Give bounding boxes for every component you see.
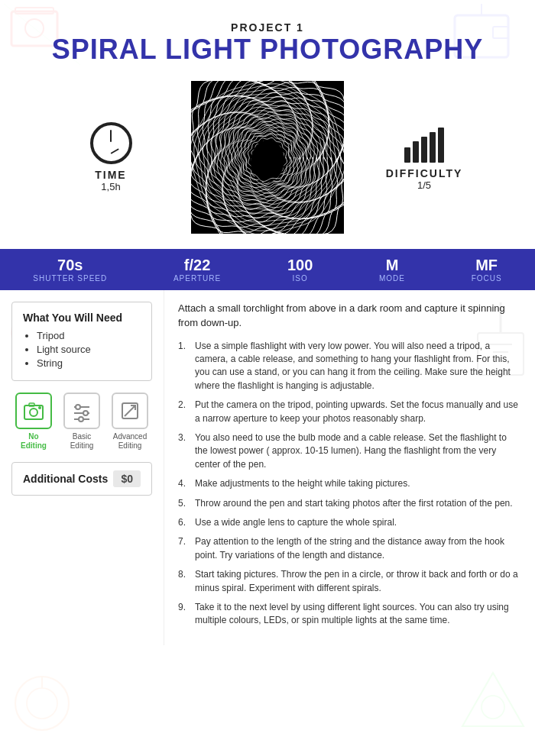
setting-iso: 100 ISO: [287, 257, 313, 283]
setting-shutter: 70s SHUTTER SPEED: [33, 257, 107, 283]
focus-label: FOCUS: [472, 274, 502, 283]
bar-5: [438, 128, 444, 163]
bar-3: [421, 137, 427, 163]
hero-section: TIME 1,5h DIFFICULTY 1/5: [0, 73, 535, 241]
advanced-editing-item: AdvancedEditing: [109, 393, 151, 451]
shutter-label: SHUTTER SPEED: [33, 274, 107, 283]
mode-label: MODE: [379, 274, 405, 283]
advanced-editing-icon-box: [112, 393, 148, 429]
editing-section: NoEditing BasicEditing: [11, 393, 152, 451]
svg-point-16: [27, 688, 57, 719]
step-3: 3. You also need to use the bulb mode an…: [178, 431, 521, 471]
project-title: SPIRAL LIGHT PHOTOGRAPHY: [0, 34, 535, 66]
iso-label: ISO: [292, 274, 307, 283]
svg-point-29: [79, 417, 83, 422]
hero-image: [191, 81, 344, 234]
list-item: Tripod: [37, 330, 141, 341]
costs-value: $0: [113, 470, 141, 487]
svg-point-21: [30, 409, 37, 416]
step-1: 1. Use a simple flashlight with very low…: [178, 340, 521, 393]
settings-bar: 70s SHUTTER SPEED f/22 APERTURE 100 ISO …: [0, 249, 535, 290]
list-item: String: [37, 357, 141, 369]
step-4: 4. Make adjustments to the height while …: [178, 477, 521, 490]
project-label: PROJECT 1: [0, 21, 535, 34]
time-block: TIME 1,5h: [31, 122, 191, 192]
step-6: 6. Use a wide angle lens to capture the …: [178, 516, 521, 529]
svg-point-19: [481, 696, 504, 719]
setting-mode: M MODE: [379, 257, 405, 283]
clock-icon: [90, 122, 132, 164]
deco-bottom-left: [4, 665, 80, 752]
step-7: 7. Pay attention to the length of the st…: [178, 535, 521, 562]
list-item: Light source: [37, 344, 141, 355]
basic-editing-label: BasicEditing: [70, 432, 94, 451]
right-panel: Attach a small torchlight from above in …: [164, 290, 535, 645]
step-8: 8. Start taking pictures. Throw the pen …: [178, 568, 521, 595]
no-editing-item: NoEditing: [13, 393, 55, 451]
difficulty-bars-icon: [404, 124, 444, 163]
step-9: 9. Take it to the next level by using di…: [178, 601, 521, 628]
intro-text: Attach a small torchlight from above in …: [178, 302, 521, 331]
step-5: 5. Throw around the pen and start taking…: [178, 497, 521, 510]
step-2: 2. Put the camera on the tripod, pointin…: [178, 399, 521, 425]
svg-point-15: [15, 677, 69, 730]
header: PROJECT 1 SPIRAL LIGHT PHOTOGRAPHY: [0, 0, 535, 73]
time-label: TIME: [95, 169, 126, 181]
bar-2: [413, 141, 419, 163]
no-editing-label: NoEditing: [21, 432, 47, 451]
setting-aperture: f/22 APERTURE: [173, 257, 221, 283]
additional-costs-box: Additional Costs $0: [11, 462, 152, 496]
bar-4: [430, 132, 436, 163]
difficulty-block: DIFFICULTY 1/5: [344, 124, 504, 191]
aperture-value: f/22: [184, 257, 210, 274]
sliders-icon: [70, 399, 93, 422]
basic-editing-item: BasicEditing: [61, 393, 103, 451]
steps-list: 1. Use a simple flashlight with very low…: [178, 340, 521, 628]
camera-icon: [22, 399, 45, 422]
focus-value: MF: [475, 257, 498, 274]
iso-value: 100: [287, 257, 313, 274]
svg-point-25: [76, 405, 80, 409]
mode-value: M: [386, 257, 399, 274]
svg-point-27: [83, 411, 88, 415]
difficulty-value: 1/5: [417, 179, 431, 191]
edit-icon: [118, 399, 141, 422]
spiral-canvas: [191, 81, 344, 234]
items-list: Tripod Light source String: [23, 330, 141, 369]
basic-editing-icon-box: [63, 393, 100, 429]
difficulty-label: DIFFICULTY: [386, 167, 463, 179]
shutter-value: 70s: [57, 257, 83, 274]
what-you-need-title: What You Will Need: [23, 312, 141, 324]
svg-point-23: [38, 406, 41, 409]
main-content: What You Will Need Tripod Light source S…: [0, 290, 535, 645]
bar-1: [404, 147, 410, 163]
time-value: 1,5h: [101, 181, 120, 192]
advanced-editing-label: AdvancedEditing: [113, 432, 147, 451]
what-you-need-box: What You Will Need Tripod Light source S…: [11, 302, 152, 381]
page: PROJECT 1 SPIRAL LIGHT PHOTOGRAPHY TIME …: [0, 0, 535, 756]
aperture-label: APERTURE: [173, 274, 221, 283]
no-editing-icon-box: [15, 393, 52, 429]
costs-label: Additional Costs: [23, 473, 108, 485]
svg-marker-18: [462, 673, 524, 726]
svg-line-31: [125, 405, 135, 416]
deco-bottom-right: [455, 665, 531, 752]
left-panel: What You Will Need Tripod Light source S…: [0, 290, 164, 645]
setting-focus: MF FOCUS: [472, 257, 502, 283]
